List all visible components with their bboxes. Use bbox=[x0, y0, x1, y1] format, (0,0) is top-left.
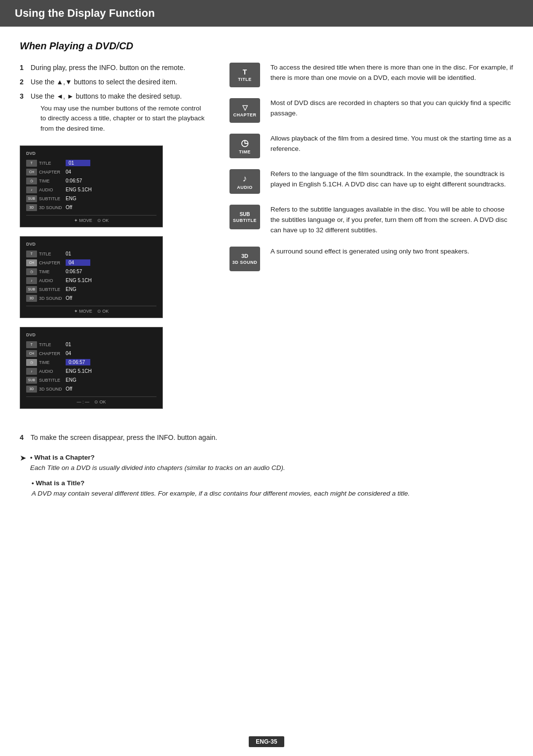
page-title: Using the Display Function bbox=[15, 7, 518, 20]
dvd-row-title-1: T TITLE 01 bbox=[26, 159, 156, 168]
dvd-row-time-1: ◷ TIME 0:06:57 bbox=[26, 177, 156, 185]
dvd-row-title-2: T TITLE 01 bbox=[26, 250, 156, 258]
bullet-sub-item: You may use the number buttons of the re… bbox=[40, 104, 207, 134]
dvd-row-sound-3: 3D 3D SOUND Off bbox=[26, 385, 156, 394]
steps-list: 1 During play, press the INFO. button on… bbox=[20, 63, 207, 136]
title-feature-text: To access the desired title when there i… bbox=[270, 63, 513, 83]
subtitle-icon: SUB SUBTITLE bbox=[227, 205, 263, 229]
dvd-row-audio-3: ♪ AUDIO ENG 5.1CH bbox=[26, 367, 156, 376]
step4-list: 4 To make the screen disappear, press th… bbox=[20, 432, 513, 443]
feature-chapter: ▽ CHAPTER Most of DVD discs are recorded… bbox=[227, 98, 513, 123]
chapter-icon: ▽ CHAPTER bbox=[227, 98, 263, 123]
feature-subtitle: SUB SUBTITLE Refers to the subtitle lang… bbox=[227, 205, 513, 236]
feature-time: ◷ TIME Allows playback of the film from … bbox=[227, 134, 513, 158]
dvd-row-chapter-3: CH CHAPTER 04 bbox=[26, 349, 156, 358]
bullet-sub-list: You may use the number buttons of the re… bbox=[40, 104, 207, 134]
time-feature-text: Allows playback of the film from a desir… bbox=[270, 134, 513, 154]
dvd-bottom-1: ✦ MOVE ⊙ OK bbox=[26, 215, 156, 223]
note-chapter: ➤ • What is a Chapter? Each Title on a D… bbox=[20, 453, 513, 473]
time-icon: ◷ TIME bbox=[227, 134, 263, 158]
dvd-bottom-2: ✦ MOVE ⊙ OK bbox=[26, 306, 156, 314]
feature-title: T TITLE To access the desired title when… bbox=[227, 63, 513, 87]
dvd-row-subtitle-2: SUB SUBTITLE ENG bbox=[26, 285, 156, 294]
right-column: T TITLE To access the desired title when… bbox=[227, 63, 513, 418]
bottom-section: 4 To make the screen disappear, press th… bbox=[20, 432, 513, 499]
step-2: 2 Use the ▲,▼ buttons to select the desi… bbox=[20, 77, 207, 87]
dvd-row-sound-1: 3D 3D SOUND Off bbox=[26, 203, 156, 212]
dvd-row-audio-2: ♪ AUDIO ENG 5.1CH bbox=[26, 276, 156, 285]
dvd-row-subtitle-1: SUB SUBTITLE ENG bbox=[26, 194, 156, 203]
page-number: ENG-35 bbox=[249, 736, 284, 747]
notes-section: ➤ • What is a Chapter? Each Title on a D… bbox=[20, 453, 513, 499]
feature-3dsound: 3D 3D SOUND A surround sound effect is g… bbox=[227, 247, 513, 271]
subtitle-feature-text: Refers to the subtitle languages availab… bbox=[270, 205, 513, 236]
dvd-screen-1: DVD T TITLE 01 CH CHAPTER 04 ◷ TIME 0:06… bbox=[20, 145, 163, 227]
left-column: 1 During play, press the INFO. button on… bbox=[20, 63, 207, 418]
dvd-row-time-2: ◷ TIME 0:06:57 bbox=[26, 267, 156, 276]
step-3: 3 Use the ◄, ► buttons to make the desir… bbox=[20, 91, 207, 136]
note-title-text: • What is a Title? A DVD may contain sev… bbox=[32, 478, 410, 499]
dvd-row-chapter-2: CH CHAPTER 04 bbox=[26, 258, 156, 267]
page-footer: ENG-35 bbox=[0, 736, 533, 747]
step-1: 1 During play, press the INFO. button on… bbox=[20, 63, 207, 73]
note-chapter-text: • What is a Chapter? Each Title on a DVD… bbox=[30, 453, 285, 473]
dvd-row-chapter-1: CH CHAPTER 04 bbox=[26, 168, 156, 177]
arrow-icon-1: ➤ bbox=[20, 452, 26, 473]
dvd-screen-3: DVD T TITLE 01 CH CHAPTER 04 ◷ TIME 0:06… bbox=[20, 327, 163, 409]
feature-audio: ♪ AUDIO Refers to the language of the fi… bbox=[227, 169, 513, 194]
dvd-bottom-3: — : — ⊙ OK bbox=[26, 396, 156, 404]
section-title: When Playing a DVD/CD bbox=[20, 40, 513, 52]
audio-icon: ♪ AUDIO bbox=[227, 169, 263, 194]
dvd-row-title-3: T TITLE 01 bbox=[26, 340, 156, 349]
chapter-feature-text: Most of DVD discs are recorded in chapte… bbox=[270, 98, 513, 119]
dvd-row-sound-2: 3D 3D SOUND Off bbox=[26, 294, 156, 303]
dvd-row-time-3: ◷ TIME 0:06:57 bbox=[26, 358, 156, 367]
step-4: 4 To make the screen disappear, press th… bbox=[20, 432, 513, 443]
title-icon: T TITLE bbox=[227, 63, 263, 87]
dvd-screen-2: DVD T TITLE 01 CH CHAPTER 04 ◷ TIME 0:06… bbox=[20, 236, 163, 318]
dvd-row-audio-1: ♪ AUDIO ENG 5.1CH bbox=[26, 185, 156, 194]
3dsound-feature-text: A surround sound effect is generated usi… bbox=[270, 247, 469, 257]
note-title: • What is a Title? A DVD may contain sev… bbox=[32, 478, 513, 499]
audio-feature-text: Refers to the language of the film sound… bbox=[270, 169, 513, 190]
3dsound-icon: 3D 3D SOUND bbox=[227, 247, 263, 271]
dvd-row-subtitle-3: SUB SUBTITLE ENG bbox=[26, 376, 156, 385]
page-header: Using the Display Function bbox=[0, 0, 533, 27]
